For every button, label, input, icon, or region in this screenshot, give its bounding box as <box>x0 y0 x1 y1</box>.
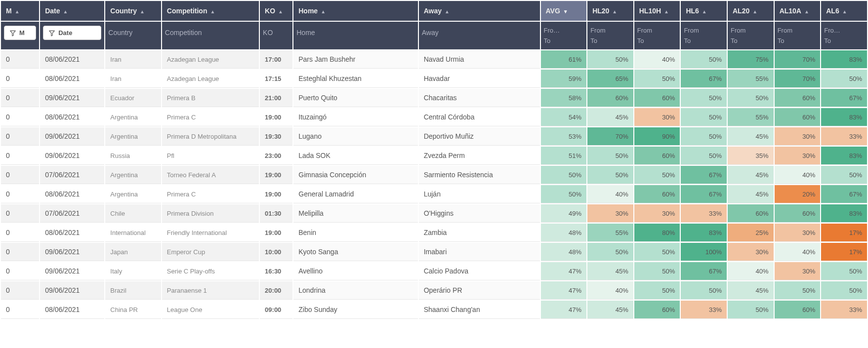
cell-m: 0 <box>1 224 39 242</box>
filter-input-ko[interactable] <box>263 26 289 39</box>
cell-away: Luján <box>419 185 540 203</box>
table-row[interactable]: 008/06/2021IranAzadegan League17:00Pars … <box>1 50 867 69</box>
header-avg[interactable]: AVG▼ <box>541 1 587 21</box>
filter-from-al20[interactable] <box>731 26 771 35</box>
header-date[interactable]: Date▲ <box>40 1 104 21</box>
sort-asc-icon: ▲ <box>804 9 809 14</box>
cell-home: Ituzaingó <box>293 108 417 126</box>
cell-home: Londrina <box>293 281 417 300</box>
cell-hl6: 67% <box>681 262 727 280</box>
table-row[interactable]: 007/06/2021ChilePrimera Division01:30Mel… <box>1 204 867 223</box>
cell-home: Puerto Quito <box>293 89 417 107</box>
filter-from-avg[interactable] <box>544 26 584 35</box>
table-row[interactable]: 008/06/2021InternationalFriendly Interna… <box>1 224 867 242</box>
header-al20[interactable]: AL20▲ <box>728 1 774 21</box>
filter-button-m[interactable]: M <box>4 26 36 40</box>
cell-away: Calcio Padova <box>419 262 540 280</box>
filter-cell-ko <box>260 22 292 49</box>
filter-from-hl6[interactable] <box>684 26 724 35</box>
filter-cell-al10a <box>775 22 821 49</box>
header-home[interactable]: Home▲ <box>293 1 417 21</box>
header-al6[interactable]: AL6▲ <box>821 1 867 21</box>
cell-avg: 48% <box>541 224 587 242</box>
table-row[interactable]: 008/06/2021ArgentinaPrimera C19:00Genera… <box>1 185 867 203</box>
cell-avg: 53% <box>541 127 587 146</box>
table-row[interactable]: 007/06/2021ArgentinaTorneo Federal A19:0… <box>1 166 867 184</box>
table-row[interactable]: 009/06/2021EcuadorPrimera B21:00Puerto Q… <box>1 89 867 107</box>
cell-m: 0 <box>1 301 39 319</box>
cell-date: 08/06/2021 <box>40 70 104 88</box>
cell-country: International <box>105 224 161 242</box>
svg-marker-1 <box>49 31 55 36</box>
table-row[interactable]: 008/06/2021ArgentinaPrimera C19:00Ituzai… <box>1 108 867 126</box>
sort-asc-icon: ▲ <box>445 9 450 14</box>
cell-country: Argentina <box>105 108 161 126</box>
cell-avg: 49% <box>541 204 587 223</box>
cell-al20: 45% <box>728 185 774 203</box>
cell-hl20: 40% <box>587 185 633 203</box>
cell-away: Zvezda Perm <box>419 147 540 165</box>
cell-country: Argentina <box>105 185 161 203</box>
cell-m: 0 <box>1 147 39 165</box>
header-hl6[interactable]: HL6▲ <box>681 1 727 21</box>
header-row: M▲Date▲Country▲Competition▲KO▲Home▲Away▲… <box>1 1 867 21</box>
filter-from-al10a[interactable] <box>778 26 818 35</box>
header-competition[interactable]: Competition▲ <box>162 1 259 21</box>
cell-ko: 19:00 <box>260 185 292 203</box>
cell-home: Benin <box>293 224 417 242</box>
header-away[interactable]: Away▲ <box>419 1 540 21</box>
cell-home: Pars Jam Bushehr <box>293 50 417 69</box>
filter-to-al10a[interactable] <box>778 36 818 45</box>
filter-from-hl10h[interactable] <box>637 26 677 35</box>
filter-to-hl10h[interactable] <box>637 36 677 45</box>
filter-to-avg[interactable] <box>544 36 584 45</box>
cell-al6: 50% <box>821 70 867 88</box>
filter-to-al6[interactable] <box>824 36 864 45</box>
header-hl20[interactable]: HL20▲ <box>587 1 633 21</box>
filter-to-hl6[interactable] <box>684 36 724 45</box>
table-row[interactable]: 009/06/2021ItalySerie C Play-offs16:30Av… <box>1 262 867 280</box>
filter-from-hl20[interactable] <box>590 26 630 35</box>
cell-home: Zibo Sunday <box>293 301 417 319</box>
cell-country: Argentina <box>105 166 161 184</box>
table-row[interactable]: 009/06/2021ArgentinaPrimera D Metropolit… <box>1 127 867 146</box>
sort-desc-icon: ▼ <box>563 9 568 14</box>
cell-hl20: 45% <box>587 301 633 319</box>
filter-button-date[interactable]: Date <box>43 26 101 40</box>
cell-al10a: 30% <box>775 224 821 242</box>
cell-avg: 58% <box>541 89 587 107</box>
cell-ko: 01:30 <box>260 204 292 223</box>
filter-input-away[interactable] <box>422 26 537 39</box>
header-al10a[interactable]: AL10A▲ <box>775 1 821 21</box>
header-label: Away <box>424 7 442 15</box>
table-row[interactable]: 009/06/2021JapanEmperor Cup10:00Kyoto Sa… <box>1 243 867 261</box>
table-row[interactable]: 008/06/2021China PRLeague One09:00Zibo S… <box>1 301 867 319</box>
cell-m: 0 <box>1 262 39 280</box>
cell-away: Imabari <box>419 243 540 261</box>
cell-al6: 50% <box>821 262 867 280</box>
header-hl10h[interactable]: HL10H▲ <box>634 1 680 21</box>
cell-hl10h: 50% <box>634 262 680 280</box>
cell-hl10h: 60% <box>634 147 680 165</box>
cell-date: 08/06/2021 <box>40 108 104 126</box>
filter-from-al6[interactable] <box>824 26 864 35</box>
cell-avg: 51% <box>541 147 587 165</box>
table-row[interactable]: 008/06/2021IranAzadegan League17:15Esteg… <box>1 70 867 88</box>
filter-input-country[interactable] <box>108 26 158 39</box>
cell-ko: 17:00 <box>260 50 292 69</box>
table-row[interactable]: 009/06/2021BrazilParanaense 120:00Londri… <box>1 281 867 300</box>
cell-al20: 35% <box>728 147 774 165</box>
filter-to-al20[interactable] <box>731 36 771 45</box>
header-m[interactable]: M▲ <box>1 1 39 21</box>
header-label: Competition <box>167 7 207 15</box>
table-row[interactable]: 009/06/2021RussiaPfl23:00Lada SOKZvezda … <box>1 147 867 165</box>
cell-al20: 25% <box>728 224 774 242</box>
filter-input-home[interactable] <box>296 26 414 39</box>
cell-hl20: 50% <box>587 50 633 69</box>
cell-al6: 33% <box>821 301 867 319</box>
filter-to-hl20[interactable] <box>590 36 630 45</box>
filter-input-competition[interactable] <box>165 26 256 39</box>
header-ko[interactable]: KO▲ <box>260 1 292 21</box>
header-country[interactable]: Country▲ <box>105 1 161 21</box>
cell-al10a: 60% <box>775 204 821 223</box>
